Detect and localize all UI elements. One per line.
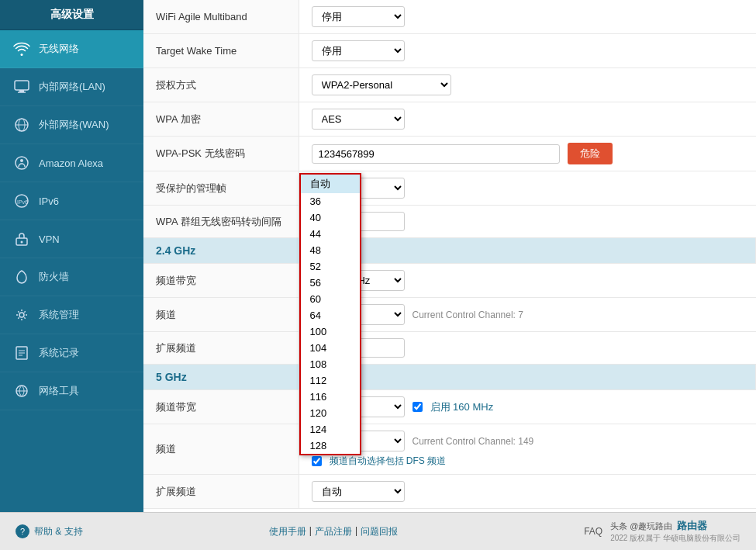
help-label: 帮助 & 支持	[34, 525, 83, 538]
syslog-icon	[12, 344, 31, 362]
footer-brand-line1: 头条 @趣玩路由	[610, 521, 672, 532]
dd-item-112[interactable]: 112	[301, 372, 360, 389]
dd-item-56[interactable]: 56	[301, 275, 360, 291]
select-wifi-agile[interactable]: 停用 启用	[312, 6, 405, 27]
dd-item-40[interactable]: 40	[301, 209, 360, 226]
checkbox-160mhz[interactable]	[413, 402, 423, 412]
dd-item-104[interactable]: 104	[301, 340, 360, 356]
svg-point-7	[20, 159, 23, 162]
label-wpa-group-interval: WPA 群组无线密码转动间隔	[143, 206, 299, 238]
footer-right: FAQ 头条 @趣玩路由 路由器 2022 版权属于 华硕电脑股份有限公司	[584, 519, 740, 544]
channel-dropdown[interactable]: 自动 36 40 44 48 52 56 60 64 100 104	[299, 173, 361, 455]
dd-item-52[interactable]: 52	[301, 258, 360, 275]
row-wpa-psk: WPA-PSK 无线密码 危险	[143, 137, 756, 171]
dd-item-100[interactable]: 100	[301, 323, 360, 340]
footer-links: 使用手册 | 产品注册 | 问题回报	[269, 525, 398, 538]
section-24ghz: 2.4 GHz	[143, 238, 756, 264]
row-wpa-group-interval: WPA 群组无线密码转动间隔	[143, 206, 756, 238]
nettool-icon	[12, 382, 31, 400]
row-wpa-encrypt: WPA 加密 AES TKIP	[143, 102, 756, 137]
channel-24g-info: Current Control Channel: 7	[413, 310, 523, 320]
sysadmin-icon	[12, 306, 31, 324]
footer-link-report[interactable]: 问题回报	[361, 525, 398, 538]
label-bw-24g: 频道带宽	[143, 264, 299, 298]
alexa-icon	[12, 154, 31, 172]
sidebar-item-alexa[interactable]: Amazon Alexa	[0, 144, 143, 182]
sidebar-label-sysadmin: 系统管理	[39, 308, 79, 322]
sidebar-label-alexa: Amazon Alexa	[39, 157, 103, 169]
label-ext-channel-5g: 扩展频道	[143, 475, 299, 509]
footer-brand-col: 头条 @趣玩路由 路由器 2022 版权属于 华硕电脑股份有限公司	[610, 519, 740, 544]
svg-rect-0	[15, 81, 29, 90]
select-ext-channel-5g[interactable]: 自动	[312, 481, 405, 502]
content-wrapper: WiFi Agile Multiband 停用 启用 Target Wake T…	[143, 0, 756, 512]
footer-sep2: |	[355, 525, 357, 538]
channel-5g-info: Current Control Channel: 149	[413, 436, 534, 447]
dd-item-48[interactable]: 48	[301, 242, 360, 258]
dd-item-60[interactable]: 60	[301, 291, 360, 307]
row-bw-5g: 频道带宽 160 MHz 80 MHz 启用 160 MHz	[143, 390, 756, 424]
channel-5g-group: 自动 Current Control Channel: 149	[312, 431, 744, 451]
checkbox-dfs[interactable]	[312, 456, 322, 466]
section-24ghz-title: 2.4 GHz	[143, 238, 756, 264]
main-content: WiFi Agile Multiband 停用 启用 Target Wake T…	[143, 0, 756, 512]
svg-text:IPv6: IPv6	[17, 199, 28, 205]
footer-copy: 2022 版权属于 华硕电脑股份有限公司	[610, 533, 740, 544]
label-wpa-psk: WPA-PSK 无线密码	[143, 137, 299, 171]
dd-item-116[interactable]: 116	[301, 389, 360, 405]
sidebar-item-sysadmin[interactable]: 系统管理	[0, 296, 143, 334]
sidebar-item-firewall[interactable]: 防火墙	[0, 258, 143, 296]
select-target-wake[interactable]: 停用 启用	[312, 40, 405, 61]
label-wifi-agile: WiFi Agile Multiband	[143, 0, 299, 34]
select-auth-method[interactable]: WPA2-Personal WPA3-Personal	[312, 74, 451, 95]
row-ext-channel-5g: 扩展频道 自动	[143, 475, 756, 509]
dd-item-44[interactable]: 44	[301, 226, 360, 242]
sidebar-item-syslog[interactable]: 系统记录	[0, 334, 143, 372]
danger-button[interactable]: 危险	[568, 143, 613, 164]
footer-sep1: |	[309, 525, 312, 538]
footer-faq: FAQ	[584, 526, 602, 537]
ipv6-icon: IPv6	[12, 192, 31, 210]
dd-item-120[interactable]: 120	[301, 405, 360, 421]
sidebar-item-lan[interactable]: 内部网络(LAN)	[0, 68, 143, 106]
dd-item-auto[interactable]: 自动	[301, 175, 360, 193]
dd-item-64[interactable]: 64	[301, 307, 360, 323]
vpn-icon	[12, 230, 31, 248]
svg-point-12	[19, 313, 24, 317]
row-ext-channel-24g: 扩展频道	[143, 332, 756, 365]
label-channel-5g: 频道	[143, 424, 299, 475]
input-wpa-psk[interactable]	[312, 144, 560, 164]
wan-icon	[12, 116, 31, 134]
row-auth-method: 授权方式 WPA2-Personal WPA3-Personal	[143, 68, 756, 102]
dd-item-124[interactable]: 124	[301, 421, 360, 438]
row-bw-24g: 频道带宽 20/40 MHz 20 MHz	[143, 264, 756, 298]
sidebar-label-nettool: 网络工具	[39, 384, 79, 398]
footer-help: ? 帮助 & 支持	[16, 524, 83, 538]
row-target-wake: Target Wake Time 停用 启用	[143, 34, 756, 68]
row-wifi-agile: WiFi Agile Multiband 停用 启用	[143, 0, 756, 34]
dd-item-36[interactable]: 36	[301, 193, 360, 209]
select-wpa-encrypt[interactable]: AES TKIP	[312, 109, 405, 130]
sidebar: 高级设置 无线网络 内部网络(LAN)	[0, 0, 143, 512]
footer-brand-line2: 路由器	[677, 519, 707, 533]
sidebar-item-wan[interactable]: 外部网络(WAN)	[0, 106, 143, 144]
wpa-psk-group: 危险	[312, 143, 744, 164]
row-channel-5g: 频道 自动 Current Control Channel: 149	[143, 424, 756, 475]
dfs-label: 频道自动选择包括 DFS 频道	[330, 455, 447, 468]
sidebar-label-syslog: 系统记录	[39, 346, 79, 360]
sidebar-title: 高级设置	[0, 0, 143, 30]
sidebar-label-ipv6: IPv6	[39, 195, 59, 207]
sidebar-item-ipv6[interactable]: IPv6 IPv6	[0, 182, 143, 220]
label-160mhz: 启用 160 MHz	[430, 400, 494, 414]
bw-5g-group: 160 MHz 80 MHz 启用 160 MHz	[312, 396, 744, 417]
sidebar-label-lan: 内部网络(LAN)	[39, 80, 105, 94]
footer-link-register[interactable]: 产品注册	[315, 525, 352, 538]
dd-item-128[interactable]: 128	[301, 438, 360, 454]
label-ext-channel-24g: 扩展频道	[143, 332, 299, 365]
footer-link-manual[interactable]: 使用手册	[269, 525, 306, 538]
sidebar-item-wireless[interactable]: 无线网络	[0, 30, 143, 68]
sidebar-item-nettool[interactable]: 网络工具	[0, 372, 143, 410]
dd-item-108[interactable]: 108	[301, 356, 360, 372]
sidebar-item-vpn[interactable]: VPN	[0, 220, 143, 258]
sidebar-label-firewall: 防火墙	[39, 270, 69, 284]
